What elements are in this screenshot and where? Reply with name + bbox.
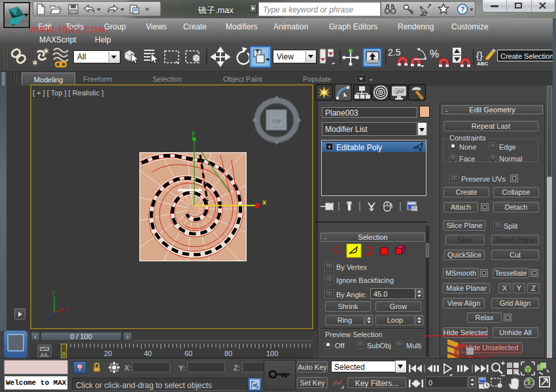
svg-text:x: x (67, 306, 70, 312)
svg-text:2.5: 2.5 (388, 47, 401, 57)
svg-text:y: y (192, 129, 195, 137)
svg-text:z: z (47, 314, 50, 320)
svg-text:{}: {} (476, 50, 483, 61)
svg-text:ABC: ABC (477, 61, 489, 67)
svg-text:?: ? (460, 5, 465, 13)
svg-text:%: % (430, 48, 439, 59)
svg-text:x: x (262, 198, 267, 206)
svg-text:y: y (52, 289, 56, 295)
